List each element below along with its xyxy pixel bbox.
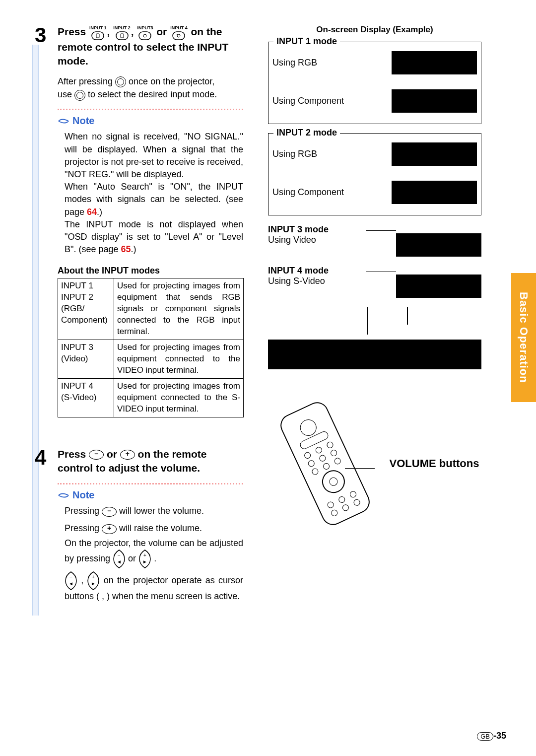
note-p1: When no signal is received, "NO SIGNAL."… — [65, 131, 243, 181]
legend-input2: INPUT 2 mode — [273, 128, 340, 138]
table-row: INPUT 4 (S-Video) Used for projecting im… — [58, 378, 244, 417]
vol-line3: On the projector, the volume can be adju… — [65, 537, 243, 568]
preview-box — [392, 89, 477, 113]
note-label: Note — [72, 489, 94, 501]
note-p3: The INPUT mode is not displayed when "OS… — [65, 218, 243, 256]
plus-button-icon: + — [120, 450, 135, 460]
table-row: INPUT 3 (Video) Used for projecting imag… — [58, 340, 244, 378]
remote-illustration: VOLUME buttons — [268, 399, 481, 528]
step-number: 3 — [35, 25, 58, 46]
input-cycle-icon — [115, 76, 126, 87]
l1b: will lower the volume. — [119, 506, 204, 516]
note-body: When no signal is received, "NO SIGNAL."… — [65, 131, 243, 256]
step-4: 4 Press − or + on the remote control to … — [35, 447, 243, 476]
input-modes-table: INPUT 1 INPUT 2 (RGB/ Component) Used fo… — [58, 278, 244, 417]
projector-right-button-icon: +► — [87, 571, 100, 590]
section-tab: Basic Operation — [511, 273, 536, 402]
page-number: GB-35 — [477, 731, 506, 741]
using-component: Using Component — [272, 187, 347, 198]
tbl-c2: Used for projecting images from equipmen… — [114, 278, 244, 340]
osd-title: On-screen Display (Example) — [268, 25, 481, 35]
plus-button-icon: + — [102, 524, 117, 534]
input3-label: INPUT3 — [137, 25, 153, 31]
after-a: After pressing — [58, 76, 113, 86]
page-xref-65[interactable]: 65 — [121, 244, 131, 254]
press-word: Press — [58, 448, 86, 460]
svg-text:►: ► — [142, 559, 147, 564]
after-b: once on the projector, — [129, 76, 214, 86]
input4-mode-block: INPUT 4 mode Using S-Video — [268, 266, 481, 298]
l1a: Pressing — [65, 506, 99, 516]
preview-box — [392, 142, 477, 166]
projector-right-button-icon: +► — [138, 550, 151, 568]
input1-button-icon: INPUT 1 — [89, 25, 107, 40]
left-column: 3 Press INPUT 1 , INPUT 2 , INPUT3 — [35, 25, 243, 603]
vol-line4: −◄ , +► on the projector operate as curs… — [65, 571, 243, 603]
vol-line2: Pressing + will raise the volume. — [65, 522, 243, 535]
osd-row: Using RGB — [272, 51, 477, 74]
dotted-separator — [58, 109, 243, 110]
input3-button-icon: INPUT3 — [137, 25, 153, 40]
input3-sub: Using Video — [268, 235, 366, 245]
minus-button-icon: − — [89, 450, 104, 460]
projector-left-button-icon: −◄ — [113, 550, 126, 568]
svg-rect-0 — [92, 32, 104, 40]
input2-button-icon: INPUT 2 — [113, 25, 131, 40]
l3m: or — [128, 553, 136, 563]
svg-text:−: − — [69, 574, 72, 580]
tbl-c1: INPUT 4 (S-Video) — [58, 378, 114, 417]
press-word: Press — [58, 26, 86, 37]
l2a: Pressing — [65, 523, 99, 533]
using-component: Using Component — [272, 96, 347, 106]
using-rgb: Using RGB — [272, 58, 347, 68]
input3-mode-block: INPUT 3 mode Using Video — [268, 224, 481, 257]
l3e: . — [154, 553, 156, 563]
note-p3-a: The INPUT mode is not displayed when "OS… — [65, 219, 243, 254]
input3-head: INPUT 3 mode — [268, 224, 366, 235]
input2-label: INPUT 2 — [113, 25, 131, 31]
osd-row: Using RGB — [272, 142, 477, 166]
preview-box — [396, 233, 481, 257]
preview-box — [396, 275, 481, 298]
tbl-c1: INPUT 3 (Video) — [58, 340, 114, 378]
svg-text:◄: ◄ — [117, 559, 122, 564]
after-d: to select the desired input mode. — [88, 89, 217, 99]
note-p2: When "Auto Search" is "ON", the INPUT mo… — [65, 181, 243, 218]
right-column: On-screen Display (Example) INPUT 1 mode… — [268, 25, 481, 603]
tbl-c2: Used for projecting images from equipmen… — [114, 378, 244, 417]
dotted-separator — [58, 483, 243, 484]
svg-text:+: + — [92, 574, 95, 580]
table-row: INPUT 1 INPUT 2 (RGB/ Component) Used fo… — [58, 278, 244, 340]
svg-rect-6 — [173, 32, 185, 40]
input1-label: INPUT 1 — [89, 25, 107, 31]
input-cycle-icon-2 — [74, 90, 85, 101]
step-number: 4 — [35, 447, 58, 468]
minus-button-icon: − — [102, 507, 117, 517]
note-icon — [58, 490, 69, 500]
preview-box — [392, 181, 477, 204]
step3-after-press: After pressing once on the projector, us… — [58, 75, 243, 101]
note-p3-b: .) — [131, 244, 136, 254]
l2b: will raise the volume. — [119, 523, 202, 533]
input4-button-icon: INPUT 4 — [170, 25, 188, 40]
page-xref-64[interactable]: 64 — [87, 207, 97, 217]
page-region: GB — [477, 732, 493, 741]
svg-text:−: − — [118, 552, 121, 558]
after-c: use — [58, 89, 72, 99]
page-num-value: -35 — [493, 731, 506, 741]
input4-head: INPUT 4 mode — [268, 266, 366, 276]
note-heading: Note — [58, 115, 243, 127]
note-heading: Note — [58, 489, 243, 501]
or-word: or — [107, 448, 117, 460]
input4-label: INPUT 4 — [170, 25, 188, 31]
vol-line1: Pressing − will lower the volume. — [65, 505, 243, 517]
osd-row: Using Component — [272, 89, 477, 113]
step-3: 3 Press INPUT 1 , INPUT 2 , INPUT3 — [35, 25, 243, 68]
legend-input1: INPUT 1 mode — [273, 36, 340, 47]
note-body-4: Pressing − will lower the volume. Pressi… — [65, 505, 243, 603]
note-label: Note — [72, 115, 94, 127]
l4a: , — [81, 575, 83, 585]
osd-row: Using Component — [272, 181, 477, 204]
remote-icon — [270, 399, 380, 528]
note-icon — [58, 116, 69, 126]
